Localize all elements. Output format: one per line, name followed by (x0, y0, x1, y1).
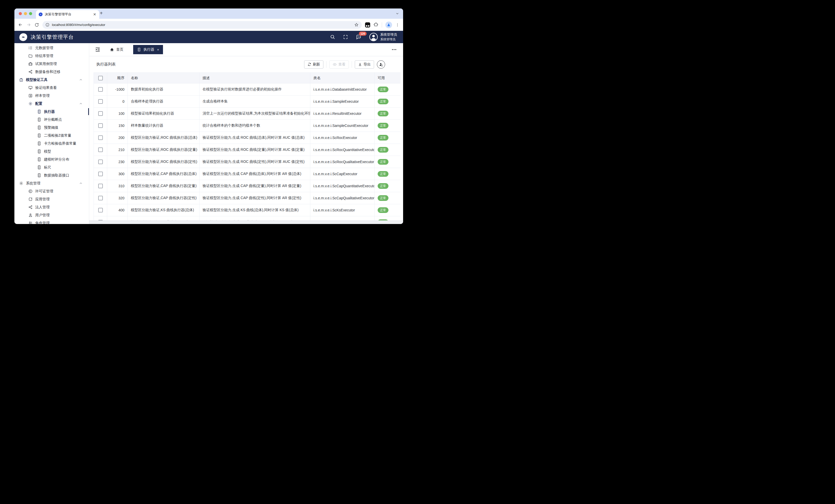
row-checkbox[interactable] (98, 99, 103, 104)
chevron-up-icon[interactable] (79, 102, 83, 105)
row-checkbox[interactable] (98, 196, 103, 201)
table-row[interactable]: 400模型区分能力验证,KS 曲线执行器(总体)验证模型区分能力,生成 KS 曲… (94, 204, 401, 216)
row-checkbox-cell (94, 83, 107, 96)
sidebar-item[interactable]: 模型验证工具 (14, 76, 89, 84)
browser-profile-avatar[interactable] (385, 22, 392, 28)
table-row[interactable]: -1000数据库初始化执行器在模型验证执行前对数据库进行必要的初始化操作i.s.… (94, 83, 401, 96)
table-row[interactable]: 150样本数量统计执行器统计合格样本的个数和违约樣本个数i.s.e.m.v.e.… (94, 120, 401, 132)
sidebar-item[interactable]: 二项检验Z值常量 (14, 131, 89, 140)
sidebar-item[interactable]: 样本管理 (14, 92, 89, 100)
sidebar-item[interactable]: 数据抽取器接口 (14, 171, 89, 179)
sidebar-item[interactable]: 数据备份和迁移 (14, 68, 89, 76)
table-row[interactable]: 0合格样本处理执行器生成合格样本集i.s.e.m.v.e.i.SampleExe… (94, 96, 401, 108)
chevron-up-icon[interactable] (79, 78, 83, 81)
breadcrumb-home[interactable]: 首页 (110, 47, 123, 52)
browser-tab[interactable]: 决策引擎管理平台 ✕ (36, 10, 99, 19)
messages-button[interactable]: 120 (356, 34, 362, 40)
table-row[interactable]: 320模型区分能力验证,CAP 曲线执行器(定性)验证模型区分能力,生成 CAP… (94, 192, 401, 204)
fullscreen-icon[interactable] (343, 35, 348, 40)
sidebar-item[interactable]: 系统管理 (14, 179, 89, 187)
sidebar-item[interactable]: 123元数据管理 (14, 44, 89, 52)
table-row[interactable]: 230模型区分能力验证,ROC 曲线执行器(定性)验证模型区分能力,生成 ROC… (94, 156, 401, 168)
user-settings-button[interactable] (377, 60, 385, 68)
receipt-icon (37, 109, 41, 114)
refresh-button[interactable]: 刷新 (304, 60, 323, 68)
row-checkbox[interactable] (98, 147, 103, 152)
cell-desc: 验证模型区分能力,生成 KS 曲线(定量),同时计算 KS 值(定量) (200, 216, 310, 221)
sidebar-item[interactable]: 标尺 (14, 163, 89, 171)
receipt-icon (37, 149, 41, 154)
column-header: 描述 (200, 73, 310, 83)
tab-close-icon[interactable]: ✕ (93, 12, 97, 17)
sidebar-item[interactable]: 执行器 (14, 108, 89, 115)
sidebar-item[interactable]: 配置 (14, 100, 89, 108)
user-menu[interactable]: 系统管理员 系统管理员 (369, 33, 397, 42)
row-checkbox[interactable] (98, 172, 103, 176)
sidebar-item[interactable]: 应用管理 (14, 195, 89, 203)
app-body: 123元数据管理特征库管理试算用例管理数据备份和迁移模型验证工具验证结果查看样本… (14, 43, 403, 224)
sidebar-item[interactable]: 建模时评分分布 (14, 155, 89, 163)
sidebar-item[interactable]: 试算用例管理 (14, 60, 89, 68)
horizontal-scrollbar[interactable] (89, 220, 403, 224)
active-page-tab[interactable]: 执行器 × (133, 45, 163, 54)
view-button[interactable]: 查看 (329, 60, 349, 68)
status-badge: 正常 (378, 111, 388, 117)
reload-icon[interactable] (35, 23, 39, 27)
sidebar-item[interactable]: 许可证管理 (14, 187, 89, 195)
collapse-sidebar-icon[interactable] (95, 47, 101, 52)
close-window-button[interactable] (19, 12, 22, 15)
sidebar-item[interactable]: 法人管理 (14, 203, 89, 211)
table-row[interactable]: 410模型区分能力验证,KS 曲线执行器(定量)验证模型区分能力,生成 KS 曲… (94, 216, 401, 221)
sidebar-item[interactable]: 验证结果查看 (14, 84, 89, 92)
select-all-checkbox[interactable] (98, 76, 103, 80)
sidebar-item[interactable]: 模型 (14, 147, 89, 155)
dark-extension-icon[interactable] (365, 22, 370, 27)
cell-desc: 生成合格样本集 (200, 96, 310, 108)
row-checkbox[interactable] (98, 123, 103, 128)
more-menu-icon[interactable] (391, 47, 397, 52)
app-icon (28, 197, 33, 202)
sidebar-item-label: 特征库管理 (35, 54, 53, 58)
bookmark-star-icon[interactable] (354, 23, 359, 27)
search-icon[interactable] (330, 34, 335, 40)
window-controls (19, 12, 32, 15)
site-info-icon[interactable] (45, 23, 49, 27)
minimize-window-button[interactable] (24, 12, 27, 15)
receipt-icon (37, 125, 41, 130)
status-badge: 正常 (378, 135, 388, 141)
sidebar-item[interactable]: 评分截断点 (14, 115, 89, 124)
table-row[interactable]: 210模型区分能力验证,ROC 曲线执行器(定量)验证模型区分能力,生成 ROC… (94, 144, 401, 156)
sidebar-item[interactable]: 预警阈值 (14, 124, 89, 131)
address-bar[interactable]: localhost:8080/#/mv/config/executor (42, 21, 362, 29)
extensions-puzzle-icon[interactable] (373, 22, 379, 27)
url-text[interactable]: localhost:8080/#/mv/config/executor (52, 23, 352, 27)
sidebar-item[interactable]: 角色管理 (14, 219, 89, 224)
close-page-tab-icon[interactable]: × (157, 48, 159, 51)
forward-icon[interactable] (26, 22, 31, 27)
sidebar-item[interactable]: 卡方检验临界值常量 (14, 140, 89, 147)
row-checkbox[interactable] (98, 135, 103, 140)
chevron-up-icon[interactable] (79, 182, 83, 185)
table-row[interactable]: 100模型验证结果初始化执行器清空上一次运行的模型验证结果,为本次模型验证结果准… (94, 108, 401, 120)
sidebar-item-label: 建模时评分分布 (44, 157, 69, 162)
row-checkbox[interactable] (98, 208, 103, 212)
new-tab-button[interactable]: + (100, 10, 103, 16)
row-checkbox[interactable] (98, 160, 103, 164)
export-button[interactable]: 导出 (355, 60, 374, 68)
back-icon[interactable] (18, 22, 23, 27)
executor-table: 顺序名称描述类名可用 -1000数据库初始化执行器在模型验证执行前对数据库进行必… (94, 72, 401, 220)
table-row[interactable]: 300模型区分能力验证,CAP 曲线执行器(总体)验证模型区分能力,生成 CAP… (94, 168, 401, 180)
tab-search-chevron-icon[interactable] (396, 12, 399, 15)
maximize-window-button[interactable] (29, 12, 32, 15)
sidebar-item[interactable]: 用户管理 (14, 211, 89, 219)
table-row[interactable]: 200模型区分能力验证,ROC 曲线执行器(总体)验证模型区分能力,生成 ROC… (94, 132, 401, 144)
row-checkbox[interactable] (98, 111, 103, 116)
share-icon (28, 205, 33, 209)
row-checkbox[interactable] (98, 184, 103, 188)
sidebar-item[interactable]: 特征库管理 (14, 52, 89, 60)
home-tab-label[interactable]: 首页 (116, 47, 123, 52)
row-checkbox[interactable] (98, 87, 103, 92)
table-row[interactable]: 310模型区分能力验证,CAP 曲线执行器(定量)验证模型区分能力,生成 CAP… (94, 180, 401, 192)
sidebar-item-label: 评分截断点 (44, 118, 62, 122)
browser-menu-kebab-icon[interactable] (395, 23, 400, 27)
